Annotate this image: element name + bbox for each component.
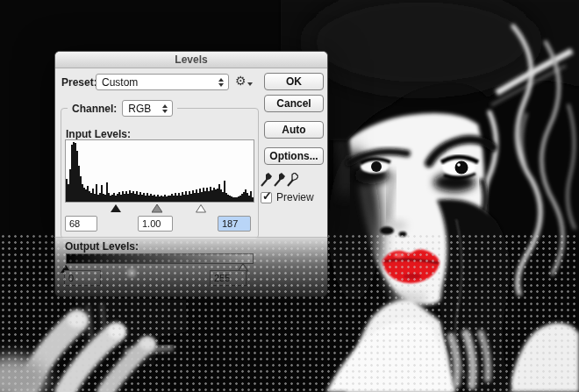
output-black-field[interactable] <box>64 270 101 286</box>
histogram-bars <box>66 140 254 202</box>
dialog-title: Levels <box>175 53 207 66</box>
white-point-slider[interactable] <box>196 204 206 213</box>
gear-icon: ⚙ <box>235 74 247 88</box>
input-black-field[interactable] <box>65 216 97 232</box>
preset-options-menu-button[interactable]: ⚙ <box>235 74 253 88</box>
gamma-slider[interactable] <box>152 204 162 213</box>
cancel-button[interactable]: Cancel <box>264 95 324 112</box>
preview-checkbox[interactable]: ✓ <box>261 192 272 203</box>
input-gamma-field[interactable] <box>138 216 173 232</box>
preview-label: Preview <box>276 191 314 203</box>
stepper-arrows-icon <box>159 104 170 113</box>
output-levels-section: Output Levels: <box>54 238 328 297</box>
checkmark-icon: ✓ <box>262 189 272 203</box>
gray-eyedropper-icon[interactable] <box>274 173 285 187</box>
preset-dropdown[interactable]: Custom <box>96 74 229 90</box>
photoshop-canvas: Levels Preset: Custom ⚙ OK Cancel Auto O… <box>0 0 579 392</box>
auto-button[interactable]: Auto <box>264 121 324 139</box>
black-eyedropper-icon[interactable] <box>261 173 272 187</box>
histogram <box>65 139 254 203</box>
options-button[interactable]: Options... <box>264 147 324 165</box>
output-white-field[interactable] <box>210 270 247 286</box>
channel-label: Channel: <box>72 103 117 115</box>
ok-button[interactable]: OK <box>264 73 324 90</box>
stepper-arrows-icon <box>215 78 226 87</box>
channel-dropdown[interactable]: RGB <box>122 100 173 117</box>
white-eyedropper-icon[interactable] <box>287 173 298 187</box>
preview-row: ✓ Preview <box>261 191 314 203</box>
dialog-titlebar[interactable]: Levels <box>55 52 327 68</box>
input-white-field[interactable] <box>218 216 251 232</box>
levels-dialog: Levels Preset: Custom ⚙ OK Cancel Auto O… <box>54 51 328 297</box>
caret-down-icon <box>247 82 253 86</box>
input-levels-label: Input Levels: <box>66 128 131 140</box>
preset-label: Preset: <box>61 76 97 89</box>
output-gradient-bar <box>66 253 254 264</box>
channel-row: Channel: RGB <box>68 100 177 117</box>
black-point-slider[interactable] <box>111 204 121 213</box>
preset-value: Custom <box>102 76 215 89</box>
output-levels-label: Output Levels: <box>65 240 139 253</box>
channel-value: RGB <box>128 103 159 115</box>
levels-dialog-body: Levels Preset: Custom ⚙ OK Cancel Auto O… <box>54 51 328 238</box>
